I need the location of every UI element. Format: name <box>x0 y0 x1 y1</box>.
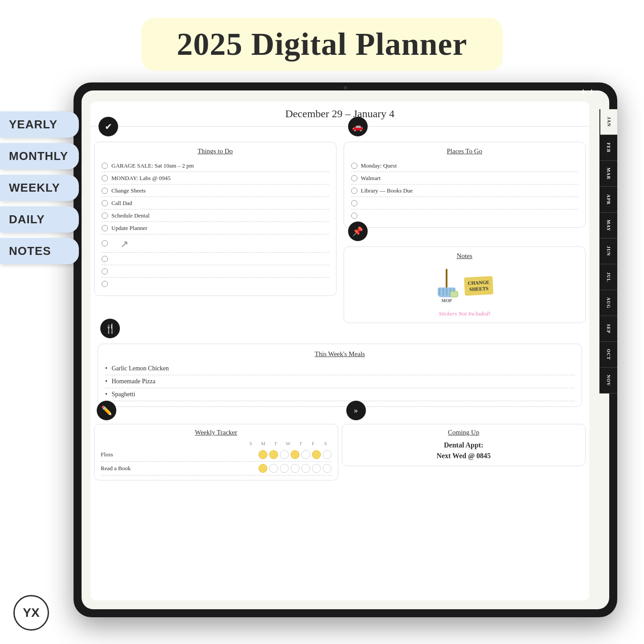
tracker-dots-read <box>258 464 332 473</box>
dot-floss-4[interactable] <box>301 450 310 459</box>
title-banner: 2025 Digital Planner <box>141 18 503 71</box>
todo-item-8[interactable] <box>102 265 329 278</box>
month-oct[interactable]: OCT <box>599 342 617 368</box>
month-jun[interactable]: JUN <box>599 238 617 264</box>
date-range: December 29 – January 4 <box>285 108 394 119</box>
dot-read-5[interactable] <box>312 464 321 473</box>
meal-bullet-1: • <box>105 378 107 385</box>
dot-read-6[interactable] <box>323 464 332 473</box>
month-mar[interactable]: MAR <box>599 161 617 187</box>
todo-item-2[interactable]: Change Sheets <box>102 185 329 197</box>
tracker-row-label-1: Read a Book <box>101 465 258 472</box>
nav-weekly[interactable]: WEEKLY <box>0 175 79 201</box>
place-item-1[interactable]: Walmart <box>351 172 578 185</box>
meal-item-2: • Spaghetti <box>105 388 574 401</box>
dot-read-2[interactable] <box>280 464 289 473</box>
day-m: M <box>258 441 268 446</box>
meals-title: This Week's Meals <box>105 350 574 358</box>
places-to-go-wrapper: 🚗 Places To Go Monday: Quest Walmart <box>340 127 590 231</box>
month-may[interactable]: MAY <box>599 213 617 238</box>
todo-item-7[interactable] <box>102 253 329 265</box>
todo-item-5[interactable]: Update Planner <box>102 222 329 234</box>
things-to-do-card: Things to Do GARAGE SALE: Sat 10am – 2 p… <box>94 142 336 296</box>
place-item-4[interactable] <box>351 209 578 222</box>
month-feb[interactable]: FEB <box>599 135 617 161</box>
dot-floss-0[interactable] <box>258 450 267 459</box>
tracker-title: Weekly Tracker <box>101 429 332 436</box>
todo-item-0[interactable]: GARAGE SALE: Sat 10am – 2 pm <box>102 160 329 172</box>
dot-floss-6[interactable] <box>323 450 332 459</box>
place-checkbox-0[interactable] <box>351 163 357 169</box>
meal-bullet-0: • <box>105 365 107 372</box>
stickers-disclaimer: Stickers Not Included! <box>351 310 578 317</box>
tracker-days-header: S M T W T F S <box>101 441 332 446</box>
todo-item-4[interactable]: Schedule Dental <box>102 209 329 222</box>
dot-floss-2[interactable] <box>280 450 289 459</box>
todo-checkbox-3[interactable] <box>102 200 108 206</box>
tracker-row-read: Read a Book <box>101 462 332 476</box>
meals-wrapper: 🍴 This Week's Meals • Garlic Lemon Chick… <box>94 328 586 407</box>
dot-read-3[interactable] <box>291 464 299 473</box>
meals-card: This Week's Meals • Garlic Lemon Chicken… <box>98 344 582 407</box>
todo-checkbox-1[interactable] <box>102 175 108 181</box>
todo-checkbox-5[interactable] <box>102 225 108 231</box>
tablet-frame: ✦ ✦ JAN FEB MAR APR MAY JUN JUL AUG SEP … <box>74 82 617 617</box>
tracker-card: Weekly Tracker S M T W T F S Floss <box>94 424 338 480</box>
pencil-icon: ✏️ <box>97 401 116 420</box>
place-item-3[interactable] <box>351 197 578 209</box>
todo-item-3[interactable]: Call Dad <box>102 197 329 209</box>
month-aug[interactable]: AUG <box>599 290 617 316</box>
todo-checkbox-2[interactable] <box>102 188 108 194</box>
todo-text-4: Schedule Dental <box>111 212 150 219</box>
notes-title: Notes <box>351 252 578 260</box>
todo-text-0: GARAGE SALE: Sat 10am – 2 pm <box>111 162 194 169</box>
month-apr[interactable]: APR <box>599 187 617 213</box>
nav-monthly[interactable]: MONTHLY <box>0 143 79 169</box>
place-checkbox-4[interactable] <box>351 213 357 219</box>
day-w: W <box>283 441 293 446</box>
todo-checkbox-0[interactable] <box>102 163 108 169</box>
things-to-do-title: Things to Do <box>102 148 329 155</box>
tracker-dots-floss <box>258 450 332 459</box>
todo-item-1[interactable]: MONDAY: Labs @ 0945 <box>102 172 329 185</box>
dot-read-0[interactable] <box>258 464 267 473</box>
todo-checkbox-4[interactable] <box>102 213 108 219</box>
todo-checkbox-7[interactable] <box>102 256 108 262</box>
app-title: 2025 Digital Planner <box>177 26 468 63</box>
place-checkbox-2[interactable] <box>351 188 357 194</box>
dot-floss-3[interactable] <box>291 450 299 459</box>
todo-checkbox-9[interactable] <box>102 281 108 287</box>
place-item-0[interactable]: Monday: Quest <box>351 160 578 172</box>
meal-text-1: Homemade Pizza <box>111 378 155 385</box>
nav-yearly[interactable]: YEARLY <box>0 111 79 138</box>
todo-checkbox-8[interactable] <box>102 268 108 275</box>
day-t2: T <box>296 441 306 446</box>
nav-daily[interactable]: DAILY <box>0 206 79 233</box>
todo-arrow-item: ↗ <box>102 234 329 253</box>
month-jul[interactable]: JUL <box>599 264 617 290</box>
coming-up-title: Coming Up <box>349 429 579 436</box>
tracker-row-floss: Floss <box>101 448 332 462</box>
place-item-2[interactable]: Library — Books Due <box>351 185 578 197</box>
things-to-do-wrapper: ✔ Things to Do GARAGE SALE: Sat 10am – 2… <box>90 127 340 327</box>
month-sep[interactable]: SEP <box>599 316 617 342</box>
todo-checkbox-6[interactable] <box>102 240 108 246</box>
fork-icon: 🍴 <box>100 319 120 338</box>
tracker-wrapper: ✏️ Weekly Tracker S M T W T F S <box>90 410 340 482</box>
todo-item-9[interactable] <box>102 278 329 290</box>
place-checkbox-1[interactable] <box>351 175 357 181</box>
dot-read-4[interactable] <box>301 464 310 473</box>
notes-wrapper: 📌 Notes <box>340 231 590 327</box>
month-jan[interactable]: JAN <box>599 109 617 135</box>
month-nov[interactable]: NOV <box>599 368 617 394</box>
place-checkbox-3[interactable] <box>351 200 357 206</box>
dot-floss-5[interactable] <box>312 450 321 459</box>
dot-floss-1[interactable] <box>269 450 278 459</box>
month-tabs: JAN FEB MAR APR MAY JUN JUL AUG SEP OCT … <box>599 109 617 394</box>
nav-notes[interactable]: NOTES <box>0 238 79 264</box>
place-text-1: Walmart <box>361 175 381 182</box>
coming-up-text: Dental Appt: Next Wed @ 0845 <box>349 440 579 461</box>
dot-read-1[interactable] <box>269 464 278 473</box>
places-to-go-title: Places To Go <box>351 148 578 155</box>
tracker-row-label-0: Floss <box>101 451 258 458</box>
